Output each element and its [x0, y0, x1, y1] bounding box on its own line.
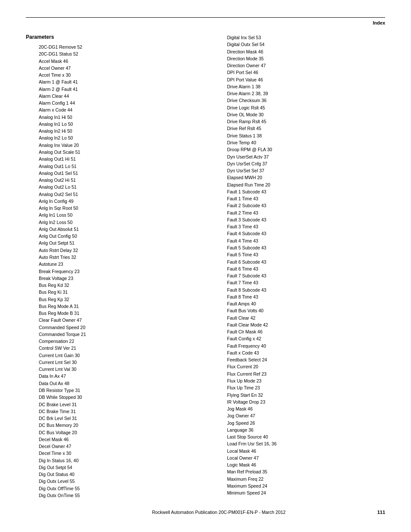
- list-item: Fault Frequency 40: [214, 342, 385, 349]
- list-item: Local Mask 46: [214, 448, 385, 454]
- list-item: Alarm 2 @ Fault 41: [26, 86, 197, 93]
- list-item: Bus Reg Mode A 31: [26, 303, 197, 310]
- list-item: DC Bus Memory 20: [26, 422, 197, 429]
- list-item: Droop RPM @ FLA 30: [214, 146, 385, 153]
- list-item: Dig Outx OffTime 55: [26, 485, 197, 492]
- list-item: Fault 6 Time 43: [214, 265, 385, 272]
- list-item: Fault 8 Subcode 43: [214, 286, 385, 293]
- list-item: Flux Up Mode 23: [214, 377, 385, 384]
- list-item: Analog In1 Lo 50: [26, 121, 197, 128]
- list-item: Drive OL Mode 30: [214, 111, 385, 118]
- list-item: Fault Clear Mode 42: [214, 321, 385, 328]
- list-item: Alarm x Code 44: [26, 106, 197, 113]
- list-item: Clear Fault Owner 47: [26, 317, 197, 324]
- list-item: Commanded Torque 21: [26, 331, 197, 338]
- list-item: Dig In Status 16, 40: [26, 457, 197, 464]
- list-item: Dig Out Setpt 54: [26, 464, 197, 471]
- list-item: 20C-DG1 Remove 52: [26, 44, 197, 50]
- list-item: Analog Out1 Lo 51: [26, 163, 197, 170]
- list-item: Fault 3 Time 43: [214, 223, 385, 230]
- list-item: Bus Reg Ki 31: [26, 289, 197, 296]
- list-item: Dig Out Status 40: [26, 471, 197, 478]
- list-item: Dig Outx Level 55: [26, 478, 197, 485]
- content-area: Parameters 20C-DG1 Remove 5220C-DG1 Stat…: [26, 34, 385, 499]
- list-item: Drive Temp 40: [214, 139, 385, 146]
- list-item: 20C-DG1 Status 52: [26, 50, 197, 57]
- list-item: Direction Mode 35: [214, 55, 385, 62]
- list-item: Drive Checksum 36: [214, 97, 385, 104]
- list-item: Dyn UsrSet Sel 37: [214, 167, 385, 174]
- page: Index Parameters 20C-DG1 Remove 5220C-DG…: [0, 0, 411, 532]
- section-title: Parameters: [26, 34, 197, 40]
- list-item: DC Brake Level 31: [26, 401, 197, 408]
- list-item: Fault 5 Subcode 43: [214, 244, 385, 251]
- list-item: Dyn UserSet Actv 37: [214, 153, 385, 160]
- list-item: Accel Owner 47: [26, 65, 197, 72]
- list-item: IR Voltage Drop 23: [214, 398, 385, 405]
- list-item: Local Owner 47: [214, 454, 385, 461]
- list-item: Fault 8 Time 43: [214, 293, 385, 300]
- list-item: Current Lmt Val 30: [26, 366, 197, 373]
- list-item: Decel Mask 46: [26, 436, 197, 443]
- list-item: Alarm 1 @ Fault 41: [26, 78, 197, 85]
- list-item: Digital Inx Sel 53: [214, 34, 385, 41]
- list-item: Flying Start En 32: [214, 392, 385, 398]
- list-item: Data Out Ax 48: [26, 380, 197, 387]
- list-item: Fault Amps 40: [214, 300, 385, 307]
- header-title: Index: [26, 20, 385, 25]
- list-item: Dig Outx OnTime 55: [26, 492, 197, 499]
- list-item: Dyn UsrSet Cnfg 37: [214, 160, 385, 167]
- list-item: Alarm Config 1 44: [26, 100, 197, 106]
- list-item: Control SW Ver 21: [26, 345, 197, 352]
- list-item: Analog Out2 Lo 51: [26, 184, 197, 190]
- list-item: Fault 1 Subcode 43: [214, 188, 385, 195]
- list-item: Maximum Speed 24: [214, 482, 385, 489]
- list-item: Analog In2 Hi 50: [26, 128, 197, 134]
- list-item: Anlg In1 Loss 50: [26, 212, 197, 218]
- list-item: Fault Clr Mask 46: [214, 328, 385, 335]
- list-item: Direction Owner 47: [214, 62, 385, 69]
- list-item: Current Lmt Gain 30: [26, 352, 197, 359]
- list-item: Anlg Out Absolut 51: [26, 226, 197, 233]
- list-item: Jog Speed 26: [214, 420, 385, 426]
- list-item: DC Bus Voltage 20: [26, 429, 197, 436]
- list-item: DPI Port Value 46: [214, 76, 385, 83]
- list-item: Man Ref Preload 35: [214, 468, 385, 475]
- right-index-list: Digital Inx Sel 53Digital Outx Sel 54Dir…: [214, 34, 385, 497]
- list-item: DC Brk Levl Sel 31: [26, 415, 197, 422]
- list-item: DPI Port Sel 46: [214, 69, 385, 76]
- list-item: Anlg Out Config 50: [26, 233, 197, 240]
- list-item: Fault Bus Volts 40: [214, 307, 385, 314]
- list-item: Elapsed Run Time 20: [214, 181, 385, 188]
- list-item: Minimum Speed 24: [214, 489, 385, 496]
- list-item: Accel Mask 46: [26, 58, 197, 65]
- list-item: Drive Status 1 38: [214, 132, 385, 139]
- list-item: Data In Ax 47: [26, 373, 197, 380]
- footer-page-number: 111: [377, 510, 385, 515]
- list-item: Analog Inx Value 20: [26, 142, 197, 149]
- list-item: Load Frm Usr Set 16, 36: [214, 440, 385, 447]
- list-item: Drive Alarm 2 38, 39: [214, 90, 385, 97]
- list-item: Fault x Code 43: [214, 349, 385, 356]
- left-index-list: 20C-DG1 Remove 5220C-DG1 Status 52Accel …: [26, 44, 197, 499]
- list-item: Decel Time x 30: [26, 450, 197, 457]
- list-item: Language 36: [214, 426, 385, 433]
- list-item: Last Stop Source 40: [214, 433, 385, 440]
- list-item: Break Voltage 23: [26, 275, 197, 282]
- list-item: Analog Out2 Hi 51: [26, 177, 197, 184]
- list-item: Flux Current Ref 23: [214, 370, 385, 377]
- list-item: Analog In1 Hi 50: [26, 114, 197, 121]
- list-item: Fault 1 Time 43: [214, 195, 385, 202]
- footer: Rockwell Automation Publication 20C-PM00…: [0, 510, 411, 515]
- list-item: Analog In2 Lo 50: [26, 134, 197, 141]
- list-item: Jog Mask 46: [214, 405, 385, 412]
- list-item: Feedback Select 24: [214, 356, 385, 363]
- list-item: Drive Logic Rslt 45: [214, 104, 385, 111]
- list-item: Drive Alarm 1 38: [214, 83, 385, 90]
- list-item: Direction Mask 46: [214, 48, 385, 55]
- list-item: Drive Ref Rslt 45: [214, 125, 385, 132]
- list-item: DC Brake Time 31: [26, 408, 197, 415]
- list-item: Fault Config x 42: [214, 335, 385, 342]
- list-item: Auto Rstrt Delay 32: [26, 247, 197, 254]
- list-item: Fault 5 Time 43: [214, 251, 385, 258]
